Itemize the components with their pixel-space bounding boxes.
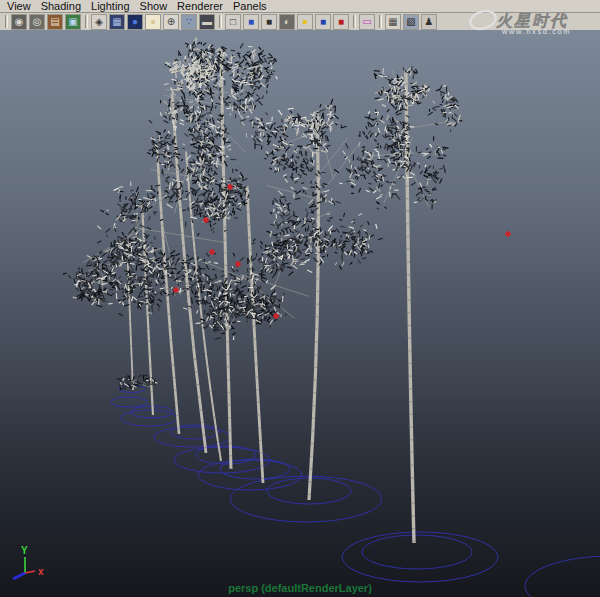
wire-sphere-icon[interactable]: ⊕ xyxy=(163,14,179,30)
red-cube-icon[interactable]: ■ xyxy=(333,14,349,30)
movie-camera-icon[interactable]: ◉ xyxy=(11,14,27,30)
film-strip-icon[interactable]: ▬ xyxy=(199,14,215,30)
menu-show[interactable]: Show xyxy=(136,1,174,12)
menu-view[interactable]: View xyxy=(3,1,37,12)
toolbar-separator xyxy=(217,14,223,29)
toolbar-separator xyxy=(83,14,89,29)
menu-lighting[interactable]: Lighting xyxy=(87,1,136,12)
wire-cube-icon[interactable]: □ xyxy=(225,14,241,30)
light-bulb-icon[interactable]: ● xyxy=(297,14,313,30)
wire-diamond-icon[interactable]: ◈ xyxy=(91,14,107,30)
grid-screen-icon[interactable]: ▦ xyxy=(109,14,125,30)
toolbar-separator xyxy=(351,14,357,29)
panel-toolbar: ◉◎▤▣◈▦●●⊕∵▬□■■◐●■■▭▦▧♟ xyxy=(0,12,600,30)
image-plane-icon[interactable]: ▣ xyxy=(65,14,81,30)
menu-panels[interactable]: Panels xyxy=(229,1,273,12)
svg-text:Y: Y xyxy=(21,545,28,556)
character-icon[interactable]: ♟ xyxy=(421,14,437,30)
camera-label: persp (defaultRenderLayer) xyxy=(0,582,600,594)
shaded-ball-icon[interactable]: ● xyxy=(145,14,161,30)
hypergraph-icon[interactable]: ▦ xyxy=(385,14,401,30)
menu-shading[interactable]: Shading xyxy=(37,1,87,12)
toolbar-separator xyxy=(3,14,9,29)
svg-text:x: x xyxy=(38,566,44,577)
perspective-viewport[interactable]: Yx persp (defaultRenderLayer) xyxy=(0,30,600,597)
camera-keyframe-icon[interactable]: ◎ xyxy=(29,14,45,30)
blue-cube-icon[interactable]: ■ xyxy=(315,14,331,30)
render-camera-icon[interactable]: ◐ xyxy=(279,14,295,30)
uv-editor-icon[interactable]: ▧ xyxy=(403,14,419,30)
select-region-icon[interactable]: ▭ xyxy=(359,14,375,30)
toolbar-separator xyxy=(377,14,383,29)
maya-viewport-window: ViewShadingLightingShowRendererPanels ◉◎… xyxy=(0,0,600,597)
notebook-icon[interactable]: ▤ xyxy=(47,14,63,30)
viewport-canvas[interactable]: Yx xyxy=(0,30,600,597)
menu-renderer[interactable]: Renderer xyxy=(173,1,229,12)
dark-cube-icon[interactable]: ■ xyxy=(261,14,277,30)
globe-icon[interactable]: ● xyxy=(127,14,143,30)
panel-menu-bar: ViewShadingLightingShowRendererPanels xyxy=(0,0,600,12)
shaded-cube-blue-icon[interactable]: ■ xyxy=(243,14,259,30)
textured-ball-icon[interactable]: ∵ xyxy=(181,14,197,30)
